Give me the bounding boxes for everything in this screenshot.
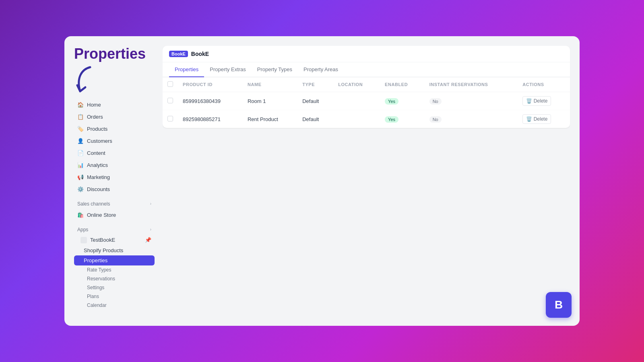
sidebar-properties[interactable]: Properties <box>74 255 155 265</box>
products-icon: 🏷️ <box>77 126 84 132</box>
table-row: 8599916380439 Room 1 Default Yes No 🗑️ D… <box>163 92 570 110</box>
tab-property-areas[interactable]: Property Areas <box>298 62 344 77</box>
sidebar-item-marketing[interactable]: 📢 Marketing <box>74 171 155 183</box>
row-enabled: Yes <box>380 92 425 110</box>
row-actions: 🗑️ Delete <box>518 110 570 128</box>
row-product-id: 8925980885271 <box>178 110 243 128</box>
tabs-bar: Properties Property Extras Property Type… <box>163 62 570 77</box>
col-checkbox <box>163 77 178 92</box>
col-type: Type <box>297 77 333 92</box>
sidebar-item-online-store[interactable]: 🛍️ Online Store <box>74 209 155 221</box>
sidebar-app-testbooke[interactable]: TestBookE 📌 <box>74 235 155 245</box>
discounts-icon: ⚙️ <box>77 186 84 193</box>
apps-label: Apps <box>77 227 88 232</box>
row-name: Room 1 <box>243 92 297 110</box>
tab-properties[interactable]: Properties <box>169 62 204 77</box>
sidebar-products-label: Products <box>87 126 107 132</box>
sidebar-shopify-products[interactable]: Shopify Products <box>74 245 155 255</box>
table-body: 8599916380439 Room 1 Default Yes No 🗑️ D… <box>163 92 570 128</box>
apps-chevron: › <box>150 227 151 232</box>
sidebar-calendar[interactable]: Calendar <box>74 301 155 310</box>
sidebar-orders-label: Orders <box>87 114 103 120</box>
content-card: BookE BookE Properties Property Extras P… <box>163 46 570 128</box>
testbooke-label: TestBookE <box>90 237 115 243</box>
select-all-checkbox[interactable] <box>167 81 173 87</box>
properties-table: Product ID Name Type Location <box>163 77 570 128</box>
content-header-title: BookE <box>191 51 209 57</box>
online-store-label: Online Store <box>87 212 116 218</box>
sidebar-item-customers[interactable]: 👤 Customers <box>74 135 155 147</box>
row-checkbox-cell <box>163 110 178 128</box>
row-type: Default <box>297 92 333 110</box>
apps-section[interactable]: Apps › <box>74 224 155 235</box>
orders-icon: 📋 <box>77 114 84 120</box>
row-enabled: Yes <box>380 110 425 128</box>
customers-icon: 👤 <box>77 138 84 144</box>
sidebar-analytics-label: Analytics <box>87 162 108 168</box>
row-location <box>333 92 380 110</box>
sidebar-plans[interactable]: Plans <box>74 292 155 301</box>
row-actions: 🗑️ Delete <box>518 92 570 110</box>
delete-button[interactable]: 🗑️ Delete <box>522 114 551 124</box>
sidebar-home-label: Home <box>87 102 101 108</box>
row-checkbox[interactable] <box>167 98 173 103</box>
row-location <box>333 110 380 128</box>
arrow-decoration <box>74 65 98 97</box>
page-title: Properties <box>74 46 155 62</box>
properties-table-wrapper: Product ID Name Type Location <box>163 77 570 128</box>
sidebar-rate-types[interactable]: Rate Types <box>74 265 155 274</box>
table-header-row: Product ID Name Type Location <box>163 77 570 92</box>
left-section: Properties 🏠 Home 📋 Orders 🏷️ Products <box>74 46 155 316</box>
marketing-icon: 📢 <box>77 174 84 181</box>
sidebar-item-home[interactable]: 🏠 Home <box>74 99 155 111</box>
sidebar-customers-label: Customers <box>87 138 112 144</box>
pin-icon: 📌 <box>145 237 151 243</box>
bottom-badge[interactable]: B <box>546 292 572 318</box>
row-checkbox[interactable] <box>167 116 173 121</box>
bottom-badge-letter: B <box>555 299 563 311</box>
tab-property-extras[interactable]: Property Extras <box>204 62 252 77</box>
row-product-id: 8599916380439 <box>178 92 243 110</box>
sidebar: 🏠 Home 📋 Orders 🏷️ Products 👤 Customers … <box>74 99 155 310</box>
content-icon: 📄 <box>77 150 84 156</box>
col-instant-reservations: Instant Reservations <box>425 77 518 92</box>
row-name: Rent Product <box>243 110 297 128</box>
row-instant-reservations: No <box>425 92 518 110</box>
online-store-icon: 🛍️ <box>77 212 84 218</box>
col-name: Name <box>243 77 297 92</box>
sidebar-item-products[interactable]: 🏷️ Products <box>74 123 155 135</box>
sales-channels-section[interactable]: Sales channels › <box>74 199 155 209</box>
row-checkbox-cell <box>163 92 178 110</box>
sidebar-settings[interactable]: Settings <box>74 283 155 292</box>
row-instant-reservations: No <box>425 110 518 128</box>
analytics-icon: 📊 <box>77 162 84 169</box>
home-icon: 🏠 <box>77 102 84 108</box>
col-enabled: Enabled <box>380 77 425 92</box>
sidebar-item-analytics[interactable]: 📊 Analytics <box>74 159 155 171</box>
col-actions: Actions <box>518 77 570 92</box>
testbooke-icon <box>80 237 87 243</box>
main-card: Properties 🏠 Home 📋 Orders 🏷️ Products <box>64 36 580 326</box>
tab-property-types[interactable]: Property Types <box>252 62 298 77</box>
sidebar-discounts-label: Discounts <box>87 186 110 192</box>
col-product-id: Product ID <box>178 77 243 92</box>
sidebar-content-label: Content <box>87 150 105 156</box>
table-row: 8925980885271 Rent Product Default Yes N… <box>163 110 570 128</box>
sales-channels-label: Sales channels <box>77 201 110 207</box>
row-type: Default <box>297 110 333 128</box>
delete-button[interactable]: 🗑️ Delete <box>522 96 551 106</box>
content-section: BookE BookE Properties Property Extras P… <box>163 46 570 316</box>
booke-badge: BookE <box>169 51 188 57</box>
sidebar-marketing-label: Marketing <box>87 174 110 180</box>
col-location: Location <box>333 77 380 92</box>
content-header: BookE BookE <box>163 46 570 62</box>
sidebar-item-content[interactable]: 📄 Content <box>74 147 155 159</box>
sidebar-item-discounts[interactable]: ⚙️ Discounts <box>74 183 155 195</box>
sales-channels-chevron: › <box>150 202 151 206</box>
sidebar-reservations[interactable]: Reservations <box>74 274 155 283</box>
sidebar-item-orders[interactable]: 📋 Orders <box>74 111 155 123</box>
